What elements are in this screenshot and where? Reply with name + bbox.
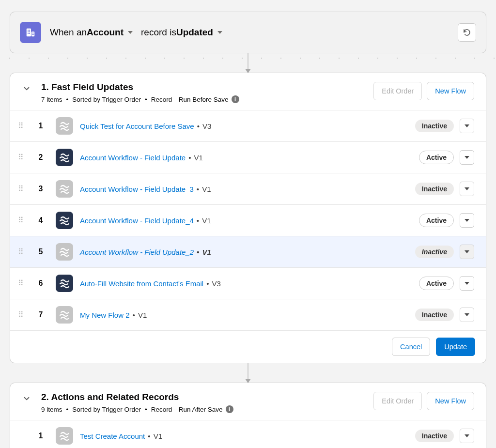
flow-name-link[interactable]: Test Create Account: [80, 432, 145, 440]
section-title: 1. Fast Field Updates: [41, 82, 239, 93]
svg-rect-9: [33, 32, 34, 33]
row-actions-menu[interactable]: [460, 276, 474, 291]
row-order: 7: [35, 310, 46, 319]
table-row[interactable]: ⠿5Account Workflow - Field Update_2V1Ina…: [10, 236, 486, 267]
trigger-node[interactable]: When an Account record is Updated: [10, 12, 486, 53]
drag-handle-icon[interactable]: ⠿: [17, 250, 26, 253]
svg-rect-10: [32, 34, 33, 35]
event-menu-icon[interactable]: [213, 31, 227, 34]
drag-handle-icon[interactable]: ⠿: [17, 187, 26, 190]
chevron-down-icon[interactable]: [22, 84, 31, 93]
row-actions-menu[interactable]: [460, 213, 474, 228]
row-order: 2: [35, 153, 46, 162]
flow-name-link[interactable]: Account Workflow - Field Update_3: [80, 185, 194, 193]
row-order: 1: [35, 122, 46, 130]
section-header: 1. Fast Field Updates7 items•Sorted by T…: [10, 73, 486, 110]
row-order: 3: [35, 185, 46, 193]
flow-icon: [56, 149, 73, 166]
table-row[interactable]: ⠿6Auto-Fill Website from Contact's Email…: [10, 267, 486, 299]
flow-icon: [56, 117, 73, 135]
drag-handle-icon[interactable]: ⠿: [17, 156, 26, 159]
table-row[interactable]: ⠿1Quick Test for Account Before SaveV3In…: [10, 110, 486, 141]
svg-rect-5: [28, 33, 29, 34]
flow-name-link[interactable]: Account Workflow - Field Update_4: [80, 216, 194, 225]
row-actions-menu[interactable]: [460, 150, 474, 165]
record-icon: [20, 22, 41, 43]
svg-rect-0: [27, 29, 31, 37]
drag-handle-icon[interactable]: ⠿: [17, 219, 26, 222]
connector: [10, 363, 486, 383]
trigger-title: When an Account record is Updated: [50, 27, 227, 38]
flow-name-link[interactable]: My New Flow 2: [80, 311, 130, 319]
flow-version: V1: [188, 154, 203, 162]
edit-order-button: Edit Order: [373, 392, 422, 410]
flow-icon: [56, 275, 73, 292]
row-order: 5: [35, 247, 46, 256]
table-row[interactable]: 1Test Create AccountV1Inactive: [10, 420, 486, 448]
drag-handle-icon[interactable]: ⠿: [17, 124, 26, 127]
new-flow-button[interactable]: New Flow: [427, 392, 474, 410]
flow-version: V1: [197, 216, 211, 225]
row-actions-menu[interactable]: [460, 119, 474, 133]
row-order: 4: [35, 216, 46, 225]
section-subtitle: 9 items•Sorted by Trigger Order•Record—R…: [41, 405, 233, 413]
status-badge: Inactive: [415, 183, 454, 195]
drag-handle-icon[interactable]: ⠿: [17, 282, 26, 285]
table-row[interactable]: ⠿4Account Workflow - Field Update_4V1Act…: [10, 204, 486, 236]
connector: [10, 53, 486, 73]
new-flow-button[interactable]: New Flow: [427, 82, 474, 100]
status-badge: Active: [419, 151, 454, 164]
svg-rect-7: [31, 31, 34, 36]
row-actions-menu[interactable]: [460, 245, 474, 259]
flow-name-link[interactable]: Account Workflow - Field Update: [80, 154, 186, 162]
status-badge: Active: [419, 214, 454, 227]
svg-rect-8: [32, 32, 33, 33]
svg-rect-2: [29, 30, 30, 31]
table-row[interactable]: ⠿2Account Workflow - Field UpdateV1Activ…: [10, 141, 486, 173]
flow-name-link[interactable]: Quick Test for Account Before Save: [80, 122, 194, 130]
flow-name-link[interactable]: Account Workflow - Field Update_2: [80, 248, 194, 256]
flow-icon: [56, 180, 73, 198]
row-order: 1: [35, 432, 46, 440]
svg-rect-4: [29, 31, 30, 32]
section-footer: CancelUpdate: [10, 330, 486, 363]
section-header: 2. Actions and Related Records9 items•So…: [10, 383, 486, 420]
update-button[interactable]: Update: [436, 338, 475, 356]
section-title: 2. Actions and Related Records: [41, 392, 233, 402]
svg-rect-1: [28, 30, 29, 31]
row-actions-menu[interactable]: [460, 429, 474, 443]
flow-version: V1: [197, 248, 211, 256]
row-actions-menu[interactable]: [460, 308, 474, 322]
info-icon[interactable]: i: [232, 95, 239, 103]
flow-icon: [56, 306, 73, 324]
drag-handle-icon[interactable]: ⠿: [17, 313, 26, 316]
status-badge: Inactive: [415, 120, 454, 132]
info-icon[interactable]: i: [226, 405, 233, 413]
flow-version: V1: [148, 432, 162, 440]
section-subtitle: 7 items•Sorted by Trigger Order•Record—R…: [41, 95, 239, 103]
cancel-button[interactable]: Cancel: [392, 338, 430, 356]
status-badge: Inactive: [415, 309, 454, 321]
svg-rect-3: [28, 31, 29, 32]
status-badge: Inactive: [415, 246, 454, 258]
flow-version: V3: [206, 279, 221, 288]
chevron-down-icon[interactable]: [22, 394, 31, 403]
flow-name-link[interactable]: Auto-Fill Website from Contact's Email: [80, 279, 203, 288]
status-badge: Active: [419, 277, 454, 290]
row-order: 6: [35, 279, 46, 288]
refresh-button[interactable]: [458, 23, 476, 42]
table-row[interactable]: ⠿7My New Flow 2V1Inactive: [10, 299, 486, 330]
edit-order-button: Edit Order: [373, 82, 422, 100]
table-row[interactable]: ⠿3Account Workflow - Field Update_3V1Ina…: [10, 173, 486, 204]
flow-icon: [56, 212, 73, 229]
section-card: 1. Fast Field Updates7 items•Sorted by T…: [10, 73, 486, 363]
row-actions-menu[interactable]: [460, 182, 474, 196]
section-card: 2. Actions and Related Records9 items•So…: [10, 383, 486, 448]
flow-version: V1: [133, 311, 147, 319]
object-menu-icon[interactable]: [124, 31, 137, 34]
svg-rect-6: [29, 33, 30, 34]
flow-version: V3: [197, 122, 212, 130]
svg-rect-11: [33, 34, 34, 35]
status-badge: Inactive: [415, 430, 454, 442]
flow-icon: [56, 427, 73, 445]
